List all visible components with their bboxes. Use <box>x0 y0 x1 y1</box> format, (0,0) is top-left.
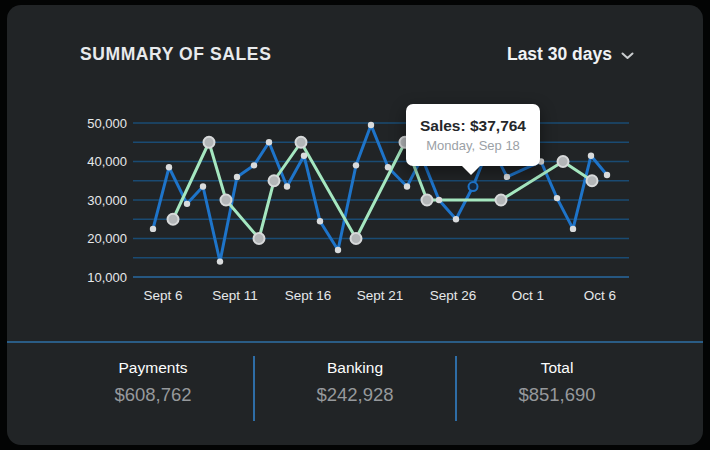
stat-label: Banking <box>255 359 455 377</box>
data-point-marker-green[interactable] <box>496 195 507 206</box>
y-axis-tick-label: 20,000 <box>87 231 127 246</box>
stat-banking: Banking $242,928 <box>253 356 455 421</box>
x-axis-tick-label: Sept 21 <box>357 288 404 303</box>
data-point-marker-green[interactable] <box>351 233 362 244</box>
data-point-marker-green[interactable] <box>168 214 179 225</box>
data-point-dot-blue[interactable] <box>166 164 172 170</box>
data-point-marker-green[interactable] <box>269 175 280 186</box>
data-point-marker-green[interactable] <box>221 195 232 206</box>
data-point-marker-green[interactable] <box>204 137 215 148</box>
y-axis-tick-label: 30,000 <box>87 193 127 208</box>
data-point-dot-blue[interactable] <box>301 153 307 159</box>
stat-value: $242,928 <box>255 384 455 406</box>
data-point-dot-blue[interactable] <box>150 226 156 232</box>
x-axis-tick-label: Sept 11 <box>212 288 258 303</box>
stat-value: $608,762 <box>53 384 253 406</box>
x-axis-tick-label: Sept 16 <box>285 288 332 303</box>
stat-payments: Payments $608,762 <box>53 356 253 421</box>
data-point-dot-blue[interactable] <box>588 153 594 159</box>
stats-row: Payments $608,762 Banking $242,928 Total… <box>53 356 657 421</box>
data-point-dot-blue[interactable] <box>234 174 240 180</box>
y-axis-tick-label: 50,000 <box>87 116 127 131</box>
dashboard-stage: SUMMARY OF SALES Last 30 days 10,00020,0… <box>0 0 710 450</box>
data-point-dot-blue[interactable] <box>404 183 410 189</box>
data-point-dot-blue[interactable] <box>251 162 257 168</box>
data-point-dot-blue[interactable] <box>335 247 341 253</box>
stat-label: Payments <box>53 359 253 377</box>
data-point-dot-blue[interactable] <box>554 195 560 201</box>
data-point-dot-blue[interactable] <box>570 226 576 232</box>
y-axis-tick-label: 40,000 <box>87 154 127 169</box>
stats-top-divider <box>7 341 703 343</box>
x-axis-tick-label: Sept 6 <box>143 288 182 303</box>
stat-total: Total $851,690 <box>455 356 657 421</box>
y-axis-tick-label: 10,000 <box>87 270 127 285</box>
data-point-dot-blue[interactable] <box>317 218 323 224</box>
data-point-dot-blue[interactable] <box>284 183 290 189</box>
data-point-marker-green[interactable] <box>587 175 598 186</box>
data-point-dot-blue[interactable] <box>504 174 510 180</box>
data-point-dot-blue[interactable] <box>200 183 206 189</box>
data-point-dot-blue[interactable] <box>436 197 442 203</box>
tooltip-value: Sales: $37,764 <box>420 117 526 135</box>
data-point-marker-green[interactable] <box>254 233 265 244</box>
data-point-marker-green[interactable] <box>558 156 569 167</box>
x-axis-tick-label: Sept 26 <box>430 288 477 303</box>
data-point-dot-blue[interactable] <box>184 201 190 207</box>
data-point-dot-blue[interactable] <box>266 139 272 145</box>
data-point-dot-blue[interactable] <box>604 172 610 178</box>
x-axis-tick-label: Oct 1 <box>512 288 544 303</box>
stat-label: Total <box>457 359 657 377</box>
stat-value: $851,690 <box>457 384 657 406</box>
data-point-dot-blue[interactable] <box>453 216 459 222</box>
data-point-dot-blue[interactable] <box>217 258 223 264</box>
data-point-dot-blue[interactable] <box>385 164 391 170</box>
x-axis-tick-label: Oct 6 <box>584 288 616 303</box>
data-point-dot-blue[interactable] <box>368 122 374 128</box>
data-point-marker-green[interactable] <box>422 195 433 206</box>
data-point-marker-green[interactable] <box>296 137 307 148</box>
tooltip-arrow <box>462 166 480 175</box>
data-point-dot-blue[interactable] <box>353 162 359 168</box>
chart-tooltip: Sales: $37,764 Monday, Sep 18 <box>406 104 540 166</box>
selected-data-point[interactable] <box>469 182 478 191</box>
tooltip-date: Monday, Sep 18 <box>426 138 520 153</box>
